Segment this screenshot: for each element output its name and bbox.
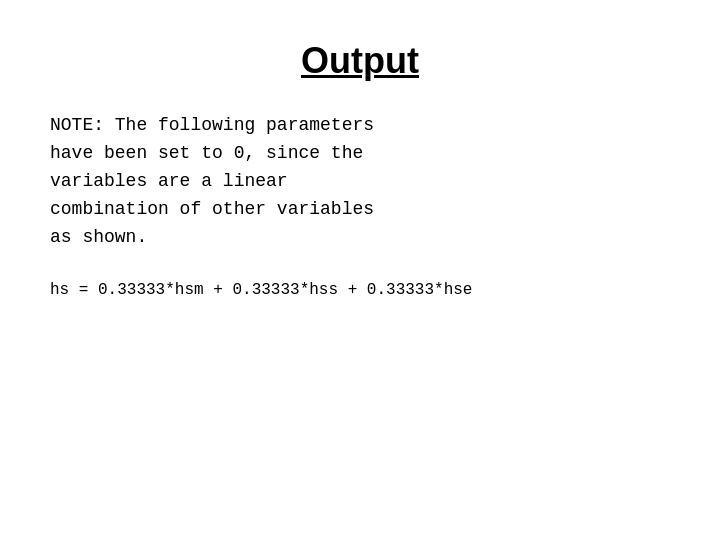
note-line-2: have been set to 0, since the [50,143,363,163]
equation: hs = 0.33333*hsm + 0.33333*hss + 0.33333… [50,281,670,299]
main-content: NOTE: The following parameters have been… [50,112,670,299]
note-line-5: as shown. [50,227,147,247]
page-title: Output [301,40,419,82]
note-line-3: variables are a linear [50,171,288,191]
note-line-1: NOTE: The following parameters [50,115,374,135]
note-paragraph: NOTE: The following parameters have been… [50,112,670,251]
note-line-4: combination of other variables [50,199,374,219]
